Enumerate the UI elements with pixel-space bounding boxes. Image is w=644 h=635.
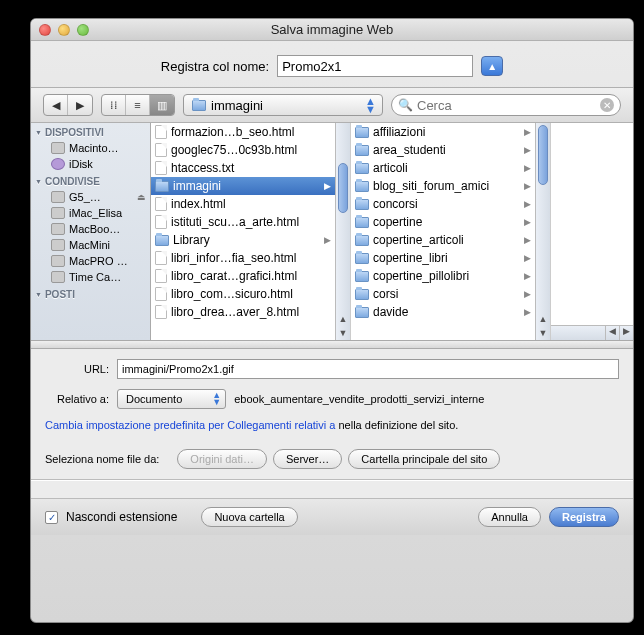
computer-icon — [51, 191, 65, 203]
server-button[interactable]: Server… — [273, 449, 342, 469]
item-label: Library — [173, 233, 210, 247]
folder-row[interactable]: davide▶ — [351, 303, 535, 321]
eject-icon[interactable]: ⏏ — [137, 192, 146, 202]
file-row[interactable]: libro_carat…grafici.html — [151, 267, 335, 285]
disk-icon — [51, 142, 65, 154]
save-button[interactable]: Registra — [549, 507, 619, 527]
file-row[interactable]: htaccess.txt — [151, 159, 335, 177]
hide-extension-checkbox[interactable]: ✓ — [45, 511, 58, 524]
folder-row[interactable]: blog_siti_forum_amici▶ — [351, 177, 535, 195]
scroll-thumb[interactable] — [338, 163, 348, 213]
data-sources-button[interactable]: Origini dati… — [177, 449, 267, 469]
scrollbar[interactable]: ▲ ▼ — [335, 123, 350, 340]
chevron-right-icon: ▶ — [524, 235, 531, 245]
scroll-right-icon[interactable]: ▶ — [619, 326, 633, 340]
sidebar-item-g5[interactable]: G5_…⏏ — [31, 189, 150, 205]
url-input[interactable] — [117, 359, 619, 379]
file-row[interactable]: libro_com…sicuro.html — [151, 285, 335, 303]
chevron-right-icon: ▶ — [524, 145, 531, 155]
folder-row[interactable]: immagini▶ — [151, 177, 335, 195]
file-row[interactable]: index.html — [151, 195, 335, 213]
sidebar-item-timecapsule[interactable]: Time Ca… — [31, 269, 150, 285]
updown-icon: ▲▼ — [212, 392, 221, 406]
scrollbar[interactable]: ▲ ▼ — [535, 123, 550, 340]
item-label: copertine_articoli — [373, 233, 464, 247]
back-button[interactable]: ◀ — [44, 95, 68, 115]
filename-input[interactable] — [277, 55, 473, 77]
item-label: index.html — [171, 197, 226, 211]
folder-icon — [355, 253, 369, 264]
file-row[interactable]: libro_drea…aver_8.html — [151, 303, 335, 321]
folder-row[interactable]: copertine_articoli▶ — [351, 231, 535, 249]
cancel-button[interactable]: Annulla — [478, 507, 541, 527]
folder-row[interactable]: copertine_libri▶ — [351, 249, 535, 267]
scroll-thumb[interactable] — [538, 125, 548, 185]
file-row[interactable]: formazion…b_seo.html — [151, 123, 335, 141]
folder-row[interactable]: Library▶ — [151, 231, 335, 249]
search-field[interactable]: 🔍 ✕ — [391, 94, 621, 116]
item-label: libro_drea…aver_8.html — [171, 305, 299, 319]
scroll-up-icon[interactable]: ▲ — [536, 312, 550, 326]
chevron-right-icon: ▶ — [324, 181, 331, 191]
relative-dropdown[interactable]: Documento ▲▼ — [117, 389, 226, 409]
folder-row[interactable]: articoli▶ — [351, 159, 535, 177]
folder-row[interactable]: copertine_pillolibri▶ — [351, 267, 535, 285]
clear-search-icon[interactable]: ✕ — [600, 98, 614, 112]
list-view-button[interactable]: ≡ — [126, 95, 150, 115]
splitter[interactable] — [31, 341, 633, 349]
titlebar[interactable]: Salva immagine Web — [31, 19, 633, 41]
new-folder-button[interactable]: Nuova cartella — [201, 507, 297, 527]
sidebar-item-macintosh[interactable]: Macinto… — [31, 140, 150, 156]
folder-icon — [355, 163, 369, 174]
chevron-right-icon: ▶ — [524, 307, 531, 317]
path-dropdown[interactable]: immagini ▲▼ — [183, 94, 383, 116]
expand-collapse-button[interactable]: ▲ — [481, 56, 503, 76]
folder-row[interactable]: affiliazioni▶ — [351, 123, 535, 141]
sidebar-item-macmini[interactable]: MacMini — [31, 237, 150, 253]
computer-icon — [51, 239, 65, 251]
folder-row[interactable]: corsi▶ — [351, 285, 535, 303]
item-label: area_studenti — [373, 143, 446, 157]
chevron-right-icon: ▶ — [524, 253, 531, 263]
scroll-left-icon[interactable]: ◀ — [605, 326, 619, 340]
sidebar-header-devices[interactable]: DISPOSITIVI — [31, 123, 150, 140]
window-title: Salva immagine Web — [31, 22, 633, 37]
sidebar-header-places[interactable]: POSTI — [31, 285, 150, 302]
scroll-down-icon[interactable]: ▼ — [336, 326, 350, 340]
folder-row[interactable]: concorsi▶ — [351, 195, 535, 213]
sidebar-item-macpro[interactable]: MacPRO … — [31, 253, 150, 269]
item-label: copertine_libri — [373, 251, 448, 265]
folder-row[interactable]: copertine▶ — [351, 213, 535, 231]
folder-icon — [155, 235, 169, 246]
view-mode-switch[interactable]: ⁞⁞ ≡ ▥ — [101, 94, 175, 116]
icon-view-button[interactable]: ⁞⁞ — [102, 95, 126, 115]
item-label: affiliazioni — [373, 125, 425, 139]
forward-button[interactable]: ▶ — [68, 95, 92, 115]
scroll-up-icon[interactable]: ▲ — [336, 312, 350, 326]
site-root-button[interactable]: Cartella principale del sito — [348, 449, 500, 469]
idisk-icon — [51, 158, 65, 170]
hide-extension-label: Nascondi estensione — [66, 510, 177, 524]
column-browser: DISPOSITIVI Macinto… iDisk CONDIVISE G5_… — [31, 123, 633, 341]
settings-link[interactable]: Cambia impostazione predefinita per Coll… — [45, 419, 335, 431]
file-icon — [155, 251, 167, 265]
file-icon — [155, 269, 167, 283]
search-input[interactable] — [417, 98, 596, 113]
item-label: istituti_scu…a_arte.html — [171, 215, 299, 229]
folder-row[interactable]: area_studenti▶ — [351, 141, 535, 159]
sidebar-item-imac[interactable]: iMac_Elisa — [31, 205, 150, 221]
sidebar-header-shared[interactable]: CONDIVISE — [31, 172, 150, 189]
computer-icon — [51, 223, 65, 235]
sidebar-item-macbook[interactable]: MacBoo… — [31, 221, 150, 237]
scroll-down-icon[interactable]: ▼ — [536, 326, 550, 340]
file-row[interactable]: libri_infor…fia_seo.html — [151, 249, 335, 267]
computer-icon — [51, 271, 65, 283]
column-view-button[interactable]: ▥ — [150, 95, 174, 115]
folder-icon — [355, 307, 369, 318]
file-row[interactable]: istituti_scu…a_arte.html — [151, 213, 335, 231]
column-1: formazion…b_seo.htmlgooglec75…0c93b.html… — [151, 123, 351, 340]
nav-back-forward[interactable]: ◀ ▶ — [43, 94, 93, 116]
file-row[interactable]: googlec75…0c93b.html — [151, 141, 335, 159]
h-scrollbar[interactable]: ◀▶ — [551, 325, 633, 340]
sidebar-item-idisk[interactable]: iDisk — [31, 156, 150, 172]
